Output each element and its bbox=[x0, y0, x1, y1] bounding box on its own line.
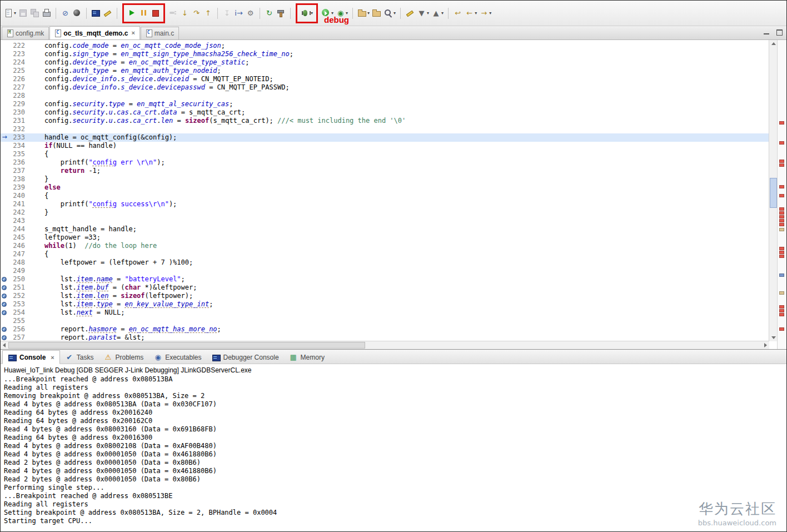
instruction-stepping-button[interactable]: i→ bbox=[233, 6, 245, 21]
open-console-button[interactable] bbox=[90, 6, 102, 21]
code-line[interactable]: 245 leftpower =33; bbox=[1, 233, 769, 242]
code-line[interactable]: 250 lst.item.name = "batteryLevel"; bbox=[1, 275, 769, 284]
annotation-mark[interactable] bbox=[779, 305, 784, 309]
dropdown-arrow-icon[interactable]: ▾ bbox=[441, 11, 444, 16]
breakpoint-icon[interactable] bbox=[1, 284, 8, 292]
scroll-up-icon[interactable] bbox=[769, 40, 778, 47]
annotation-mark[interactable] bbox=[779, 309, 784, 312]
annotate-button[interactable] bbox=[102, 6, 113, 21]
code-line[interactable]: 252 lst.item.len = sizeof(leftpower); bbox=[1, 292, 769, 300]
tab-memory[interactable]: ▦Memory bbox=[284, 351, 330, 364]
editor-body[interactable]: 222 config.code_mode = en_oc_mqtt_code_m… bbox=[1, 40, 769, 341]
code-line[interactable]: 243 bbox=[1, 217, 769, 225]
annotation-mark[interactable] bbox=[779, 247, 784, 250]
code-line[interactable]: 257 report.paralst= &lst; bbox=[1, 334, 769, 341]
annotation-mark[interactable] bbox=[779, 251, 784, 254]
code-line[interactable]: 246 while(1) //do the loop here bbox=[1, 242, 769, 250]
instruction-pointer-icon[interactable]: → bbox=[1, 133, 8, 142]
annotation-mark[interactable] bbox=[779, 211, 784, 215]
breakpoint-icon[interactable] bbox=[1, 275, 8, 284]
dropdown-arrow-icon[interactable]: ▾ bbox=[475, 11, 477, 16]
external-tools-button[interactable] bbox=[71, 6, 83, 21]
build-button[interactable] bbox=[275, 6, 287, 21]
new-button[interactable]: ▾ bbox=[3, 6, 17, 21]
code-line[interactable]: 247 { bbox=[1, 250, 769, 258]
code-line[interactable]: 241 printf("config success\r\n"); bbox=[1, 200, 769, 208]
annotation-mark[interactable] bbox=[779, 207, 784, 211]
annotation-mark[interactable] bbox=[779, 194, 784, 197]
forward-button[interactable]: →▾ bbox=[478, 6, 492, 21]
code-line[interactable]: 228 bbox=[1, 92, 769, 100]
drop-to-frame-button[interactable]: ↧ bbox=[221, 6, 233, 21]
save-button[interactable] bbox=[17, 6, 29, 21]
scroll-left-icon[interactable] bbox=[1, 341, 8, 349]
previous-annotation-button[interactable]: ▲▾ bbox=[430, 6, 445, 21]
dropdown-arrow-icon[interactable]: ▾ bbox=[427, 11, 429, 16]
search-button[interactable]: ▾ bbox=[382, 6, 397, 21]
code-line[interactable]: 222 config.code_mode = en_oc_mqtt_code_m… bbox=[1, 42, 769, 50]
code-line[interactable]: 240 { bbox=[1, 192, 769, 200]
dropdown-arrow-icon[interactable]: ▾ bbox=[311, 11, 313, 16]
tab-debugger-console[interactable]: Debugger Console bbox=[207, 351, 284, 364]
last-edit-location-button[interactable]: ↩ bbox=[452, 6, 464, 21]
next-annotation-button[interactable]: ▼▾ bbox=[416, 6, 430, 21]
skip-all-breakpoints-button[interactable]: ⊘ bbox=[59, 6, 71, 21]
annotation-mark[interactable] bbox=[779, 215, 784, 218]
code-line[interactable]: 231 config.security.u.cas.ca_crt.len = s… bbox=[1, 117, 769, 125]
code-line[interactable]: 236 printf("config err \r\n"); bbox=[1, 158, 769, 167]
mark-occurrences-button[interactable] bbox=[404, 6, 416, 21]
step-return-button[interactable]: ↑ bbox=[202, 6, 214, 21]
code-line[interactable]: 255 bbox=[1, 317, 769, 325]
editor-tab-config-mk[interactable]: config.mk bbox=[2, 27, 49, 39]
suspend-button[interactable] bbox=[138, 6, 150, 21]
code-line[interactable]: 234 if(NULL == handle) bbox=[1, 142, 769, 150]
code-line[interactable]: 225 config.auth_type = en_mqtt_auth_type… bbox=[1, 67, 769, 75]
code-line[interactable]: 244 s_mqtt_handle = handle; bbox=[1, 225, 769, 233]
debug-button[interactable]: ▾ bbox=[300, 6, 314, 21]
minimize-icon[interactable] bbox=[763, 28, 770, 36]
editor-tab-oc-tls-mqtt-demo-c[interactable]: oc_tls_mqtt_demo.c× bbox=[49, 26, 140, 39]
terminate-button[interactable] bbox=[150, 6, 161, 21]
annotation-mark[interactable] bbox=[779, 228, 784, 231]
annotation-mark[interactable] bbox=[779, 141, 784, 145]
breakpoint-icon[interactable] bbox=[1, 300, 8, 309]
vertical-scroll-thumb[interactable] bbox=[770, 178, 777, 208]
code-line[interactable]: 224 config.device_type = en_oc_mqtt_devi… bbox=[1, 58, 769, 67]
code-line[interactable]: 256 report.hasmore = en_oc_mqtt_has_more… bbox=[1, 325, 769, 334]
code-line[interactable]: →233 handle = oc_mqtt_config(&config); bbox=[1, 133, 769, 142]
dropdown-arrow-icon[interactable]: ▾ bbox=[394, 11, 396, 16]
breakpoint-icon[interactable] bbox=[1, 334, 8, 341]
horizontal-scroll-thumb[interactable] bbox=[8, 342, 365, 349]
dropdown-arrow-icon[interactable]: ▾ bbox=[367, 11, 370, 16]
dropdown-arrow-icon[interactable]: ▾ bbox=[14, 11, 16, 16]
print-button[interactable] bbox=[41, 6, 52, 21]
annotation-mark[interactable] bbox=[779, 291, 784, 295]
breakpoint-icon[interactable] bbox=[1, 325, 8, 334]
back-button[interactable]: ←▾ bbox=[464, 6, 478, 21]
annotation-mark[interactable] bbox=[779, 185, 784, 188]
annotation-mark[interactable] bbox=[779, 313, 784, 316]
resume-button[interactable] bbox=[126, 6, 138, 21]
use-step-filters-button[interactable]: ⚙ bbox=[245, 6, 256, 21]
annotation-mark[interactable] bbox=[779, 160, 784, 163]
code-line[interactable]: 238 } bbox=[1, 175, 769, 183]
annotation-mark[interactable] bbox=[779, 219, 784, 222]
save-all-button[interactable] bbox=[29, 6, 41, 21]
scroll-right-icon[interactable] bbox=[762, 341, 769, 349]
breakpoint-icon[interactable] bbox=[1, 309, 8, 317]
annotation-mark[interactable] bbox=[779, 255, 784, 258]
tab-problems[interactable]: ⚠Problems bbox=[98, 351, 148, 364]
step-over-button[interactable]: ↷ bbox=[191, 6, 202, 21]
maximize-icon[interactable] bbox=[776, 28, 783, 36]
code-line[interactable]: 251 lst.item.buf = (char *)&leftpower; bbox=[1, 284, 769, 292]
code-line[interactable]: 249 bbox=[1, 267, 769, 275]
new-project-button[interactable]: ▾ bbox=[356, 6, 371, 21]
code-line[interactable]: 232 bbox=[1, 125, 769, 133]
editor-vertical-scrollbar[interactable] bbox=[769, 40, 778, 341]
annotation-mark[interactable] bbox=[779, 121, 784, 125]
code-line[interactable]: 223 config.sign_type = en_mqtt_sign_type… bbox=[1, 50, 769, 58]
annotation-mark[interactable] bbox=[779, 163, 784, 167]
code-line[interactable]: 242 } bbox=[1, 208, 769, 217]
disconnect-button[interactable] bbox=[167, 6, 179, 21]
refresh-button[interactable]: ↻ bbox=[263, 6, 275, 21]
